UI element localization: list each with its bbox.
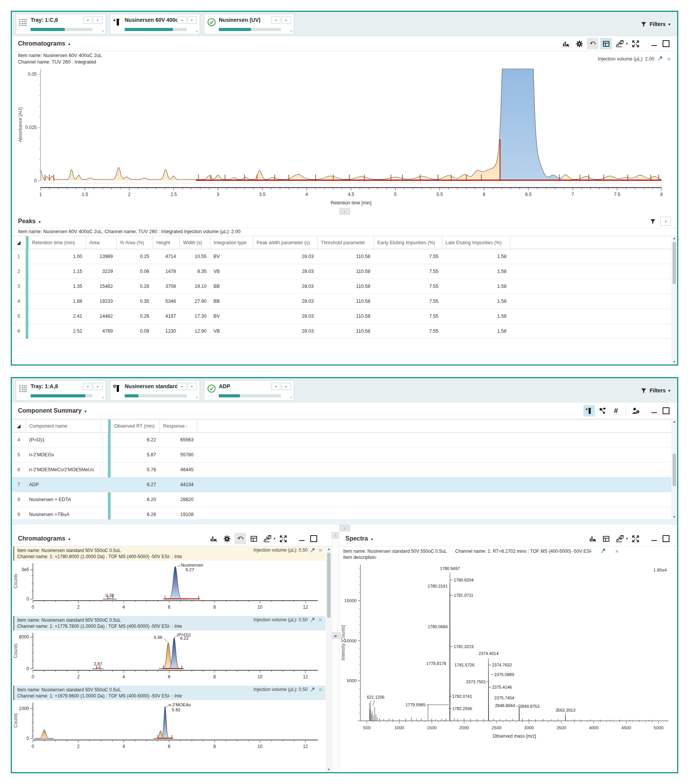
tray-tab-caret-icon[interactable]: ▾ (102, 30, 104, 33)
maximize-button[interactable] (661, 534, 671, 544)
tray-next-button[interactable]: ▸ (93, 383, 102, 390)
sample-tab[interactable]: Nusinersen 60V 400o... ◂▸ ▾ (110, 14, 200, 35)
scroll-thumb[interactable] (673, 242, 676, 284)
summary-horizontal-scrollbar[interactable] (12, 519, 677, 525)
select-peaks-tool-button[interactable] (208, 533, 219, 544)
filters-button[interactable]: Filters▾ (640, 21, 673, 28)
fullscreen-button[interactable] (277, 533, 289, 544)
save-plot-caret-icon[interactable]: ▾ (626, 42, 628, 46)
analysis-tab[interactable]: Nusinersen (UV) ◂▸ ▾ (204, 14, 294, 35)
table-row[interactable]: 52.41144820.26419717.30BV28.03110.587.55… (12, 309, 677, 324)
sample-prev-button[interactable]: ◂ (177, 383, 186, 390)
fullscreen-button[interactable] (630, 38, 641, 49)
maximize-button[interactable] (661, 406, 671, 416)
select-peaks-tool-button[interactable] (587, 533, 599, 544)
column-header[interactable]: Late Eluting Impurities (%) (442, 236, 510, 249)
component-summary-title[interactable]: Component Summary (18, 407, 82, 414)
save-plot-button[interactable] (261, 533, 273, 544)
pin-icon[interactable] (310, 617, 316, 624)
column-header[interactable]: Peak width parameter (s) (253, 236, 317, 249)
sample-prev-button[interactable]: ◂ (177, 16, 186, 24)
scroll-down-icon[interactable]: ▼ (326, 768, 332, 771)
analysis-tab[interactable]: ADP ◂▸ ▾ (204, 380, 294, 401)
spectra-caret-icon[interactable]: ▾ (371, 536, 373, 541)
close-icon[interactable]: ✕ (615, 548, 619, 554)
tray-prev-button[interactable]: ◂ (83, 383, 92, 390)
tray-tab[interactable]: Tray: 1:A,8 ◂▸ ▾ (16, 380, 106, 401)
peaks-caret-icon[interactable]: ▾ (39, 219, 41, 224)
tray-tab[interactable]: Tray: 1:C,6 ◂▸ ▾ (16, 14, 106, 35)
scroll-thumb[interactable] (327, 553, 331, 618)
column-header[interactable]: Area (86, 236, 116, 249)
analysis-prev-button[interactable]: ◂ (271, 383, 280, 390)
table-row[interactable]: 8Nusinersen + EDTA6.2028820 (12, 492, 677, 507)
chromatograms-caret-icon[interactable]: ▾ (69, 41, 71, 46)
numeric-view-button[interactable]: # (610, 405, 622, 417)
column-header[interactable]: Height (153, 236, 179, 249)
molecule-view-button[interactable] (597, 405, 608, 417)
undo-button[interactable] (235, 533, 246, 544)
save-plot-caret-icon[interactable]: ▾ (626, 537, 628, 540)
column-header[interactable]: Threshold parameter (317, 236, 374, 249)
select-all-cell[interactable]: ◢ (12, 236, 26, 249)
pin-icon[interactable] (310, 547, 316, 554)
xic-strip[interactable]: Item name: Nusinersen standard 50V 550oC… (12, 686, 326, 755)
pin-icon[interactable] (658, 56, 663, 63)
sample-tab-caret-icon[interactable]: ▾ (196, 30, 198, 33)
table-row[interactable]: 4(P=O)16.2265563 (12, 433, 677, 448)
close-icon[interactable]: ✕ (667, 56, 671, 62)
select-all-cell[interactable]: ◢ (12, 420, 26, 433)
tray-prev-button[interactable]: ◂ (83, 16, 92, 24)
column-header[interactable]: Retention time (min) (28, 236, 86, 249)
filters-button[interactable]: Filters▾ (640, 387, 673, 394)
column-header[interactable]: Component name (26, 420, 108, 433)
close-icon[interactable]: ✕ (318, 687, 322, 692)
table-row[interactable]: 7ADP6.2744134 (12, 478, 677, 492)
fullscreen-button[interactable] (630, 533, 641, 544)
splitter-handle[interactable]: ↕ (339, 525, 350, 531)
column-header[interactable]: Response ▾ (160, 420, 197, 433)
table-row[interactable]: 6n-2'MOE5MeCs/2'MOE5MeUs5.7646445 (12, 463, 677, 478)
table-row[interactable]: 9Nusinersen +TBuA6.2819108 (12, 507, 677, 520)
table-layout-button[interactable] (600, 38, 612, 49)
xic-strip[interactable]: Item name: Nusinersen standard 50V 550oC… (12, 616, 326, 686)
summary-scrollbar[interactable]: ▲ ▼ (671, 419, 677, 519)
table-layout-button[interactable] (248, 533, 259, 544)
analysis-prev-button[interactable]: ◂ (271, 16, 280, 24)
table-row[interactable]: 31.35154820.28370819.10BB28.03110.587.55… (12, 279, 677, 294)
peaks-scrollbar[interactable]: ▲ ▼ (671, 236, 677, 364)
settings-button[interactable] (221, 533, 233, 544)
analysis-next-button[interactable]: ▸ (281, 16, 291, 24)
column-header[interactable]: Early Eluting Impurities (%) (374, 236, 442, 249)
peaks-filter-button[interactable] (647, 216, 658, 227)
minimize-button[interactable] (297, 534, 307, 544)
chromatograms-title[interactable]: Chromatograms (18, 40, 66, 47)
scroll-up-icon[interactable]: ▲ (326, 547, 332, 551)
save-plot-caret-icon[interactable]: ▾ (273, 537, 275, 540)
analysis-tab-caret-icon[interactable]: ▾ (290, 396, 292, 399)
scroll-down-icon[interactable]: ▼ (671, 360, 677, 364)
save-plot-button[interactable] (613, 38, 625, 49)
close-icon[interactable]: ✕ (318, 547, 322, 553)
xic-caret-icon[interactable]: ▾ (69, 536, 71, 541)
uv-chromatogram-plot[interactable]: 00.0250.05Absorbance [AU]11.522.533.544.… (16, 66, 677, 208)
xic-strip[interactable]: Item name: Nusinersen standard 50V 550oC… (12, 546, 326, 616)
minimize-button[interactable] (649, 406, 659, 416)
table-row[interactable]: 41.88192330.35534627.90BB28.03110.587.55… (12, 294, 677, 309)
scroll-up-icon[interactable]: ▲ (671, 420, 677, 423)
select-peaks-tool-button[interactable] (560, 38, 572, 49)
xic-chromatograms-title[interactable]: Chromatograms (18, 535, 66, 542)
sample-tab[interactable]: Nusinersen standard... ◂▸ ▾ (110, 380, 200, 401)
sample-next-button[interactable]: ▸ (187, 383, 197, 390)
scroll-down-icon[interactable]: ▼ (671, 515, 677, 519)
column-header[interactable]: Observed RT (min) (110, 420, 160, 433)
table-row[interactable]: 62.5247690.09123012.90VB28.03110.587.551… (12, 324, 677, 339)
settings-button[interactable] (574, 38, 585, 49)
splitter-handle[interactable]: ↕ (339, 208, 350, 215)
table-row[interactable]: 11.00139690.25471410.55BV28.03110.587.55… (12, 249, 677, 264)
undo-button[interactable] (587, 38, 599, 49)
table-layout-button[interactable] (600, 533, 612, 544)
peaks-title[interactable]: Peaks (18, 218, 36, 225)
mass-spectrum-plot[interactable]: 50001000015000Intensity [Counts]50010001… (339, 560, 677, 744)
column-header[interactable]: % Area (%) (116, 236, 153, 249)
